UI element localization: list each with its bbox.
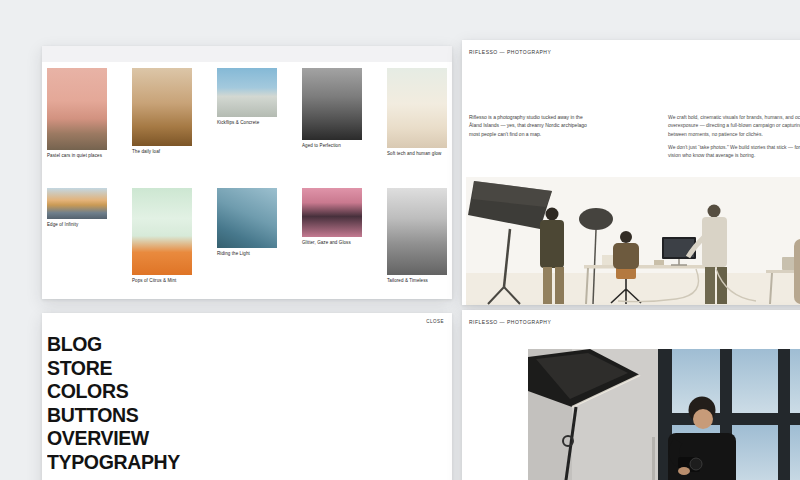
person-partial-right-edge xyxy=(794,239,800,304)
photo-elderly-couple[interactable] xyxy=(302,68,362,140)
photo-surfer[interactable] xyxy=(217,188,277,248)
menu-item-blog[interactable]: BLOG xyxy=(47,332,180,356)
gallery-item: Pops of Citrus & Mint xyxy=(132,188,192,299)
close-button[interactable]: CLOSE xyxy=(426,319,444,324)
photo-caption: Pastel cars in quiet places xyxy=(47,153,107,159)
main-menu-list: BLOG STORE COLORS BUTTONS OVERVIEW TYPOG… xyxy=(47,332,180,473)
gallery-item: Edge of Infinity xyxy=(47,188,107,299)
gallery-item: Soft tech and human glow xyxy=(387,68,447,188)
menu-item-store[interactable]: STORE xyxy=(47,356,180,380)
gallery-item: Kickflips & Concrete xyxy=(217,68,277,188)
photo-sunset-landscape[interactable] xyxy=(47,188,107,219)
gallery-item: Pastel cars in quiet places xyxy=(47,68,107,188)
menu-item-overview[interactable]: OVERVIEW xyxy=(47,426,180,450)
gallery-item: The daily loaf xyxy=(132,68,192,188)
photo-glitter-portrait[interactable] xyxy=(302,188,362,237)
photo-pastel-van[interactable] xyxy=(47,68,107,150)
photo-caption: Glitter, Gaze and Gloss xyxy=(302,240,362,246)
photo-caption: Pops of Citrus & Mint xyxy=(132,278,192,284)
photo-caption: Kickflips & Concrete xyxy=(217,120,277,126)
person-standing-left xyxy=(540,208,564,305)
about-paragraph-2: We don't just “take photos.” We build st… xyxy=(668,143,800,160)
photo-caption: Tailored & Timeless xyxy=(387,278,447,284)
brand-logo[interactable]: RIFLESSO — PHOTOGRAPHY xyxy=(469,319,551,325)
gallery-item: Aged to Perfection xyxy=(302,68,362,188)
photo-caption: Riding the Light xyxy=(217,251,277,257)
studio-home-window: RIFLESSO — PHOTOGRAPHY Riflesso is a pho… xyxy=(462,40,800,305)
gallery-item: Glitter, Gaze and Gloss xyxy=(302,188,362,299)
portrait-page-window: RIFLESSO — PHOTOGRAPHY xyxy=(462,310,800,480)
menu-item-colors[interactable]: COLORS xyxy=(47,379,180,403)
photo-caption: Edge of Infinity xyxy=(47,222,107,228)
menu-item-typography[interactable]: TYPOGRAPHY xyxy=(47,450,180,474)
photo-caption: Soft tech and human glow xyxy=(387,151,447,157)
brand-logo[interactable]: RIFLESSO — PHOTOGRAPHY xyxy=(469,49,551,55)
wall-pipe xyxy=(652,437,655,480)
photo-skateboarder[interactable] xyxy=(217,68,277,117)
photo-mint-kitchen[interactable] xyxy=(132,188,192,275)
intro-paragraph: Riflesso is a photography studio tucked … xyxy=(469,113,590,138)
window-top-strip xyxy=(42,46,452,62)
photo-tailored-man[interactable] xyxy=(387,188,447,275)
photo-caption: The daily loaf xyxy=(132,149,192,155)
photo-gallery-grid: Pastel cars in quiet places The daily lo… xyxy=(47,68,447,299)
photo-soft-tech-portrait[interactable] xyxy=(387,68,447,148)
photo-bread-loaf[interactable] xyxy=(132,68,192,146)
gallery-item: Riding the Light xyxy=(217,188,277,299)
about-column: We craft bold, cinematic visuals for bra… xyxy=(668,113,800,159)
about-paragraph-1: We craft bold, cinematic visuals for bra… xyxy=(668,113,800,138)
gallery-item: Tailored & Timeless xyxy=(387,188,447,299)
photo-caption: Aged to Perfection xyxy=(302,143,362,149)
studio-scene-photo xyxy=(466,177,800,305)
photographer-portrait-photo xyxy=(528,349,800,480)
menu-overlay-window: CLOSE BLOG STORE COLORS BUTTONS OVERVIEW… xyxy=(42,313,452,480)
menu-item-buttons[interactable]: BUTTONS xyxy=(47,403,180,427)
gallery-window: Pastel cars in quiet places The daily lo… xyxy=(42,46,452,299)
